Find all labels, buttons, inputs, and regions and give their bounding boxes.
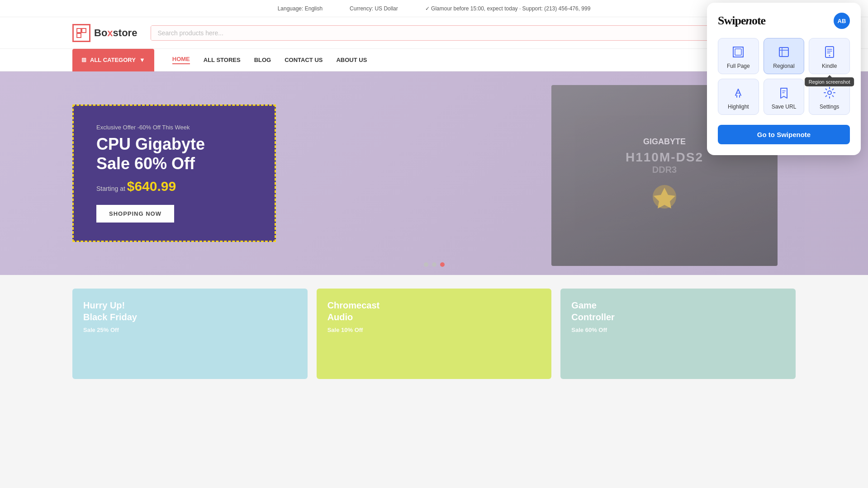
promo-card-chromecast-text: ChromecastAudioSale 10% Off	[327, 299, 380, 335]
promo-card-blackfriday-text: Hurry Up!Black FridaySale 25% Off	[83, 299, 137, 335]
promo-card-chromecast[interactable]: ChromecastAudioSale 10% Off	[317, 289, 552, 379]
full-page-label: Full Page	[727, 63, 750, 69]
svg-rect-1	[82, 28, 86, 33]
kindle-label: Kindle	[822, 63, 837, 69]
hero-dot-2[interactable]	[432, 262, 436, 267]
hero-image-inner: GIGABYTE H110M-DS2 DDR3	[626, 137, 703, 214]
svg-point-9	[829, 55, 830, 57]
chevron-down-icon: ▼	[139, 57, 145, 63]
nav-link-home[interactable]: HOME	[172, 56, 190, 64]
hero-offer-text: Exclusive Offer -60% Off This Week	[96, 124, 252, 131]
topbar-item-language: Language: English	[278, 5, 323, 12]
regional-icon	[777, 45, 791, 59]
save-url-label: Save URL	[772, 104, 797, 110]
popup-header: Swipenote AB	[718, 13, 850, 29]
popup-grid: Full Page Regional Kindle Regio	[718, 38, 850, 115]
nav-link-contact[interactable]: CONTACT US	[285, 57, 323, 63]
nav-link-allstores[interactable]: ALL STORES	[204, 57, 241, 63]
svg-point-10	[828, 91, 831, 95]
promo-card-chromecast-sale: Sale 10% Off	[327, 327, 363, 333]
highlight-icon	[731, 85, 745, 100]
promo-card-blackfriday[interactable]: Hurry Up!Black FridaySale 25% Off	[72, 289, 308, 379]
kindle-tooltip: Region screenshot	[805, 77, 854, 86]
hero-title-line2: Sale 60% Off	[96, 154, 195, 173]
hero-title: CPU Gigabyte Sale 60% Off	[96, 134, 252, 173]
settings-icon	[822, 85, 837, 100]
topbar-item-currency: Currency: US Dollar	[350, 5, 398, 12]
nav-category[interactable]: ⊞ ALL CATEGORY ▼	[72, 49, 154, 71]
hero-price: $640.99	[127, 179, 176, 194]
promo-card-gamecontroller-text: GameControllerSale 60% Off	[571, 299, 615, 335]
nav-category-label: ALL CATEGORY	[90, 57, 136, 63]
hero-dot-1[interactable]	[424, 262, 428, 267]
swipenote-popup: Swipenote AB Full Page	[707, 3, 861, 155]
grid-btn-save-url[interactable]: Save URL	[764, 79, 805, 115]
logo: Boxstore	[72, 24, 137, 42]
hero-dot-3[interactable]	[440, 262, 445, 267]
svg-rect-6	[735, 49, 741, 55]
hero-title-line1: CPU Gigabyte	[96, 135, 205, 153]
svg-rect-7	[779, 47, 788, 57]
hero-price-label: Starting at $640.99	[96, 179, 252, 194]
svg-rect-2	[77, 33, 81, 38]
promo-card-blackfriday-sale: Sale 25% Off	[83, 327, 119, 333]
promo-cards: Hurry Up!Black FridaySale 25% Off Chrome…	[0, 275, 868, 393]
search-bar: 🔍	[151, 25, 796, 41]
promo-card-gamecontroller-sale: Sale 60% Off	[571, 327, 607, 333]
search-input[interactable]	[151, 26, 772, 40]
nav-link-about[interactable]: ABOUT US	[336, 57, 367, 63]
hero-dots	[424, 262, 445, 267]
swipenote-logo: Swipenote	[718, 14, 765, 28]
regional-label: Regional	[773, 63, 794, 69]
save-url-icon	[777, 85, 791, 100]
logo-text: Boxstore	[94, 27, 137, 39]
topbar-item-support: ✓ Glamour before 15:00, expect today · S…	[425, 5, 591, 12]
settings-label: Settings	[820, 104, 839, 110]
full-page-icon	[731, 45, 745, 59]
nav-link-blog[interactable]: BLOG	[254, 57, 271, 63]
grid-icon: ⊞	[81, 57, 86, 63]
hero-content: Exclusive Offer -60% Off This Week CPU G…	[72, 104, 276, 242]
grid-btn-highlight[interactable]: Highlight	[718, 79, 759, 115]
hero-shop-button[interactable]: SHOPPING NOW	[96, 205, 174, 223]
highlight-label: Highlight	[728, 104, 749, 110]
grid-btn-regional[interactable]: Regional	[764, 38, 805, 74]
grid-btn-full-page[interactable]: Full Page	[718, 38, 759, 74]
go-to-swipenote-button[interactable]: Go to Swipenote	[718, 125, 850, 144]
svg-rect-0	[77, 28, 81, 33]
nav-links: HOME ALL STORES BLOG CONTACT US ABOUT US	[154, 56, 367, 64]
grid-btn-kindle[interactable]: Kindle Region screenshot	[809, 38, 850, 74]
promo-card-gamecontroller[interactable]: GameControllerSale 60% Off	[560, 289, 796, 379]
avatar-button[interactable]: AB	[834, 13, 850, 29]
logo-icon	[72, 24, 90, 42]
kindle-icon	[822, 45, 837, 59]
